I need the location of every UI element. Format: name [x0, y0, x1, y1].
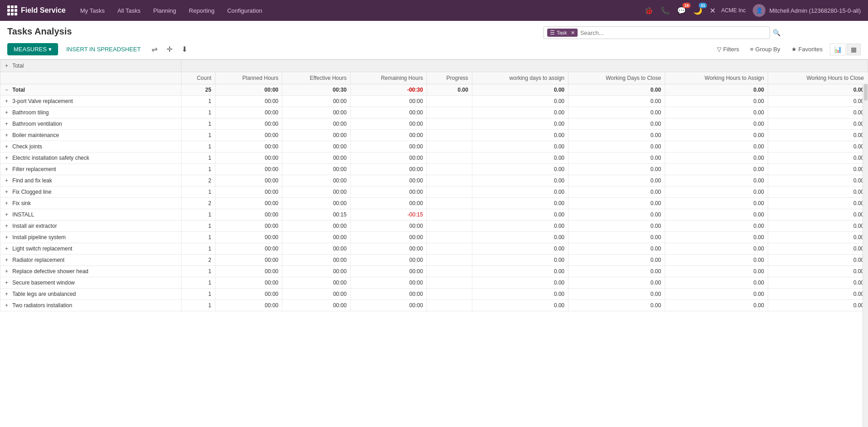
moon-icon[interactable]: 🌙 31 [691, 5, 704, 17]
row-name-13: + Light switch replacement [0, 243, 181, 255]
row-name-11: + Install air extractor [0, 221, 181, 232]
search-tag-close[interactable]: ✕ [571, 30, 575, 36]
row-planned-7: 00:00 [215, 175, 282, 187]
favorites-button[interactable]: ★ Favorites [788, 44, 826, 54]
table-view-button[interactable]: ▦ [847, 44, 861, 55]
nav-all-tasks[interactable]: All Tasks [112, 5, 146, 16]
row-wdays-assign-16: 0.00 [472, 277, 568, 289]
table-row: + Light switch replacement 1 00:00 00:00… [0, 243, 868, 255]
app-logo[interactable]: Field Service [4, 5, 69, 15]
download-icon[interactable]: ⬇ [179, 43, 190, 55]
row-expand-15[interactable]: + [4, 268, 9, 275]
row-planned-9: 00:00 [215, 198, 282, 209]
row-expand-14[interactable]: + [4, 257, 9, 263]
row-wdays-assign-2: 0.00 [472, 118, 568, 130]
filters-button[interactable]: ▽ Filters [713, 44, 743, 54]
row-progress-13 [427, 243, 472, 255]
row-expand-11[interactable]: + [4, 223, 9, 229]
bug-icon[interactable]: 🐞 [642, 5, 655, 17]
row-expand-9[interactable]: + [4, 200, 9, 206]
row-wdays-assign-5: 0.00 [472, 152, 568, 164]
adjust-icon[interactable]: ⇌ [149, 43, 160, 55]
table-row: + Secure basement window 1 00:00 00:00 0… [0, 277, 868, 289]
row-effective-16: 00:00 [282, 277, 350, 289]
col-header-remaining[interactable]: Remaining Hours [350, 72, 427, 84]
row-effective-0: 00:00 [282, 96, 350, 107]
row-wdays-assign-0: 0.00 [472, 96, 568, 107]
add-icon[interactable]: ✛ [164, 43, 175, 55]
row-whours-assign-6: 0.00 [665, 164, 768, 175]
search-tag-task[interactable]: ☰ Task ✕ [547, 29, 578, 37]
table-row: + Find and fix leak 2 00:00 00:00 00:00 … [0, 175, 868, 187]
measures-button[interactable]: MEASURES ▾ [7, 43, 58, 55]
scrollbar-track[interactable] [863, 73, 868, 396]
nav-reporting[interactable]: Reporting [183, 5, 220, 16]
col-header-wdays-assign[interactable]: working days to assign [472, 72, 568, 84]
row-whours-assign-0: 0.00 [665, 96, 768, 107]
row-whours-assign-2: 0.00 [665, 118, 768, 130]
row-count-0: 1 [181, 96, 215, 107]
row-wdays-assign-7: 0.00 [472, 175, 568, 187]
nav-configuration[interactable]: Configuration [222, 5, 268, 16]
col-header-count[interactable]: Count [181, 72, 215, 84]
table-header-group: + Total [0, 60, 868, 72]
col-header-progress[interactable]: Progress [427, 72, 472, 84]
row-wdays-close-8: 0.00 [569, 187, 665, 198]
table-row: + Electric installation safety check 1 0… [0, 152, 868, 164]
row-name-2: + Bathroom ventilation [0, 118, 181, 130]
star-icon: ★ [791, 46, 797, 53]
col-header-effective[interactable]: Effective Hours [282, 72, 350, 84]
search-button[interactable]: 🔍 [773, 29, 780, 36]
row-expand-0[interactable]: + [4, 98, 9, 104]
view-toggle: 📊 ▦ [830, 44, 861, 55]
group-by-button[interactable]: ≡ Group By [746, 44, 784, 54]
row-expand-1[interactable]: + [4, 109, 9, 116]
row-remaining-0: 00:00 [350, 96, 427, 107]
row-count-18: 1 [181, 300, 215, 311]
row-whours-assign-8: 0.00 [665, 187, 768, 198]
col-header-wdays-close[interactable]: Working Days to Close [569, 72, 665, 84]
col-header-whours-assign[interactable]: Working Hours to Assign [665, 72, 768, 84]
row-expand-6[interactable]: + [4, 166, 9, 172]
row-label-13: Light switch replacement [12, 245, 72, 252]
row-expand-12[interactable]: + [4, 234, 9, 240]
col-header-planned[interactable]: Planned Hours [215, 72, 282, 84]
phone-icon[interactable]: 📞 [659, 5, 672, 17]
row-expand-4[interactable]: + [4, 143, 9, 150]
table-row: + Install pipeline system 1 00:00 00:00 … [0, 232, 868, 243]
col-header-whours-close[interactable]: Working Hours to Close [768, 72, 868, 84]
user-menu[interactable]: 👤 Mitchell Admin (12368280-15-0-all) [749, 4, 864, 17]
row-expand-5[interactable]: + [4, 155, 9, 161]
row-label-10: INSTALL [12, 211, 34, 218]
row-planned-10: 00:00 [215, 209, 282, 221]
row-planned-15: 00:00 [215, 266, 282, 277]
row-whours-close-14: 0.00 [768, 255, 868, 266]
row-expand-3[interactable]: + [4, 132, 9, 138]
chart-view-button[interactable]: 📊 [830, 44, 846, 55]
nav-planning[interactable]: Planning [148, 5, 182, 16]
row-remaining-8: 00:00 [350, 187, 427, 198]
row-whours-assign-4: 0.00 [665, 141, 768, 152]
row-whours-close-16: 0.00 [768, 277, 868, 289]
search-input[interactable] [580, 29, 766, 36]
row-expand-2[interactable]: + [4, 121, 9, 127]
chat-icon[interactable]: 💬 16 [675, 5, 688, 17]
row-expand-17[interactable]: + [4, 291, 9, 297]
row-expand-10[interactable]: + [4, 211, 9, 218]
row-expand-7[interactable]: + [4, 177, 9, 184]
total-expand-btn[interactable]: + [4, 63, 9, 69]
row-expand-8[interactable]: + [4, 189, 9, 195]
close-icon[interactable]: ✕ [708, 5, 717, 17]
company-name[interactable]: ACME Inc [721, 7, 745, 14]
row-whours-close-6: 0.00 [768, 164, 868, 175]
row-whours-assign-3: 0.00 [665, 130, 768, 141]
row-expand-13[interactable]: + [4, 245, 9, 252]
row-expand-16[interactable]: + [4, 280, 9, 286]
nav-my-tasks[interactable]: My Tasks [75, 5, 110, 16]
row-whours-close-3: 0.00 [768, 130, 868, 141]
total-row-expand[interactable]: − [4, 87, 9, 93]
row-expand-18[interactable]: + [4, 302, 9, 309]
insert-spreadsheet-button[interactable]: INSERT IN SPREADSHEET [62, 43, 145, 55]
row-remaining-10: -00:15 [350, 209, 427, 221]
row-wdays-assign-10: 0.00 [472, 209, 568, 221]
